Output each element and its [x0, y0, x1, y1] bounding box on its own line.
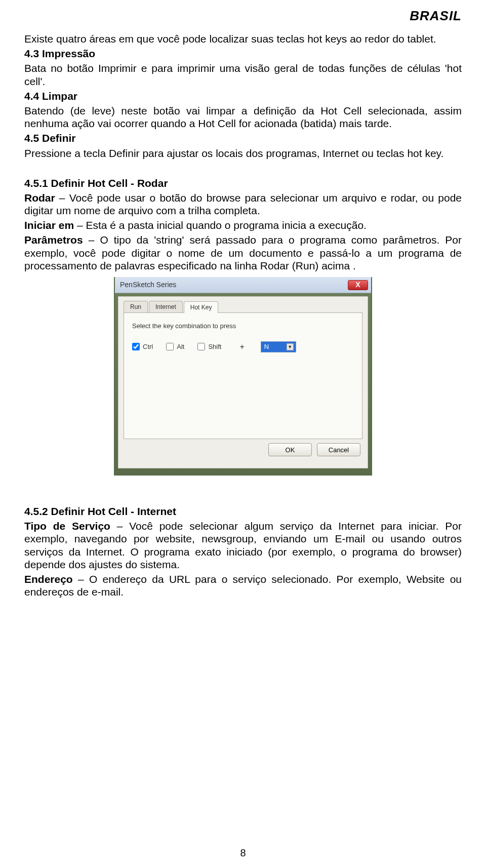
label-endereco: Endereço: [24, 573, 73, 585]
text-parametros: – O tipo da 'string' será passado para o…: [24, 234, 462, 271]
tab-hotkey[interactable]: Hot Key: [184, 301, 219, 313]
dialog-title: PenSketch Series: [120, 281, 348, 289]
label-tipo: Tipo de Serviço: [24, 520, 110, 532]
checkbox-ctrl[interactable]: Ctrl: [132, 343, 153, 351]
text-iniciar: – Esta é a pasta inicial quando o progra…: [74, 219, 367, 231]
checkbox-shift-label: Shift: [208, 343, 221, 351]
checkbox-shift[interactable]: Shift: [197, 343, 221, 351]
dialog-pensketch: PenSketch Series X Run Internet Hot Key …: [114, 277, 372, 476]
heading-4-5-1: 4.5.1 Definir Hot Cell - Rodar: [24, 177, 168, 189]
text-rodar: – Você pode usar o botão do browse para …: [24, 192, 462, 216]
tab-run[interactable]: Run: [124, 301, 148, 312]
heading-4-5-2: 4.5.2 Definir Hot Cell - Internet: [24, 505, 176, 517]
heading-4-3: 4.3 Impressão: [24, 48, 95, 59]
tab-internet[interactable]: Internet: [149, 301, 183, 312]
plus-separator: +: [239, 342, 244, 351]
body-4-5: Pressione a tecla Definir para ajustar o…: [24, 147, 462, 160]
checkbox-alt-label: Alt: [177, 343, 184, 351]
checkbox-alt-input[interactable]: [166, 343, 174, 350]
close-icon: X: [355, 281, 360, 289]
hotkey-instruction: Select the key combination to press: [132, 322, 354, 330]
dialog-titlebar: PenSketch Series X: [115, 277, 371, 293]
brand-label: BRASIL: [410, 8, 462, 24]
label-iniciar: Iniciar em: [24, 219, 74, 231]
key-combobox-value: N: [264, 343, 269, 351]
intro-text: Existe quatro áreas em que você pode loc…: [24, 32, 462, 45]
label-rodar: Rodar: [24, 192, 55, 204]
body-4-4: Batendo (de leve) neste botão vai limpar…: [24, 104, 462, 130]
checkbox-shift-input[interactable]: [197, 343, 205, 350]
cancel-button[interactable]: Cancel: [317, 443, 360, 456]
text-endereco: – O endereço da URL para o serviço selec…: [24, 573, 462, 598]
heading-4-5: 4.5 Definir: [24, 132, 76, 144]
body-4-3: Bata no botão Imprimir e para imprimir u…: [24, 62, 462, 87]
checkbox-ctrl-label: Ctrl: [143, 343, 153, 351]
label-parametros: Parâmetros: [24, 234, 83, 246]
key-combobox[interactable]: N ▼: [261, 341, 296, 352]
heading-4-4: 4.4 Limpar: [24, 90, 77, 102]
checkbox-ctrl-input[interactable]: [132, 343, 140, 350]
tabpanel-hotkey: Select the key combination to press Ctrl…: [124, 312, 362, 439]
checkbox-alt[interactable]: Alt: [166, 343, 184, 351]
close-button[interactable]: X: [348, 280, 368, 290]
page-number: 8: [0, 847, 486, 859]
ok-button[interactable]: OK: [268, 443, 312, 456]
chevron-down-icon: ▼: [287, 343, 294, 350]
